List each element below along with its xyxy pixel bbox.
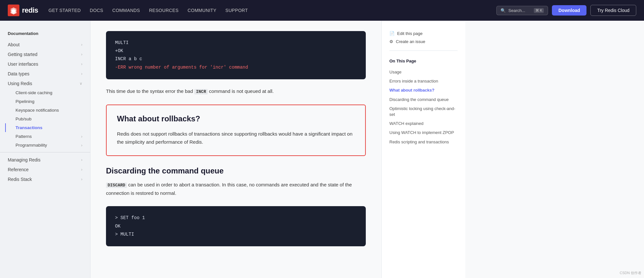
try-redis-cloud-button[interactable]: Try Redis Cloud xyxy=(590,5,636,16)
sidebar-actions: 📄 Edit this page ⚙ Create an issue xyxy=(389,31,458,51)
sidebar-item-transactions[interactable]: Transactions xyxy=(5,123,90,132)
code-line-4: -ERR wrong number of arguments for 'incr… xyxy=(115,63,357,72)
chevron-icon: › xyxy=(81,158,82,162)
prose-syntax-error: This time due to the syntax error the ba… xyxy=(106,87,366,95)
on-this-page-title: On This Page xyxy=(389,59,458,63)
chevron-icon: › xyxy=(81,72,82,76)
sidebar-item-keyspace-notifications[interactable]: Keyspace notifications xyxy=(5,106,90,115)
sidebar-item-reference[interactable]: Reference › xyxy=(0,165,90,174)
nav-get-started[interactable]: GET STARTED xyxy=(48,8,81,13)
chevron-icon: › xyxy=(81,143,82,148)
page-wrapper: Documentation About › Getting started › … xyxy=(0,0,644,278)
create-issue-link[interactable]: ⚙ Create an issue xyxy=(389,39,458,44)
chevron-icon: › xyxy=(81,52,82,57)
nav-right: 🔍 Search... ⌘ K Download Try Redis Cloud xyxy=(496,5,636,16)
search-placeholder: Search... xyxy=(508,8,525,13)
edit-page-link[interactable]: 📄 Edit this page xyxy=(389,31,458,36)
code-block-1: MULTI +OK INCR a b c -ERR wrong number o… xyxy=(106,31,366,79)
discard-prose: DISCARD can be used in order to abort a … xyxy=(106,181,366,197)
inline-code-incr: INCR xyxy=(194,89,207,95)
sidebar-item-pipelining[interactable]: Pipelining xyxy=(5,97,90,106)
sidebar-item-managing-redis[interactable]: Managing Redis › xyxy=(0,155,90,165)
toc-watch-zpop[interactable]: Using WATCH to implement ZPOP xyxy=(389,128,458,137)
nav-links: GET STARTED DOCS COMMANDS RESOURCES COMM… xyxy=(48,7,248,13)
sidebar-item-using-redis[interactable]: Using Redis ∨ xyxy=(0,79,90,88)
rollback-body: Redis does not support rollbacks of tran… xyxy=(117,130,355,146)
code-line-1: MULTI xyxy=(115,39,357,47)
watermark: CSDN 创作者 xyxy=(620,271,641,275)
main-content: MULTI +OK INCR a b c -ERR wrong number o… xyxy=(90,21,381,278)
chevron-icon: › xyxy=(81,62,82,66)
nav-commands[interactable]: COMMANDS xyxy=(112,8,140,13)
toc-watch[interactable]: WATCH explained xyxy=(389,119,458,128)
sidebar-item-user-interfaces[interactable]: User interfaces › xyxy=(0,59,90,69)
edit-icon: 📄 xyxy=(389,31,395,36)
sidebar-divider xyxy=(0,152,90,152)
navbar: redis GET STARTED DOCS COMMANDS RESOURCE… xyxy=(0,0,644,21)
toc-errors[interactable]: Errors inside a transaction xyxy=(389,77,458,85)
nav-support[interactable]: SUPPORT xyxy=(226,8,248,13)
rollback-heading: What about rollbacks? xyxy=(117,114,355,123)
sidebar-item-data-types[interactable]: Data types › xyxy=(0,69,90,79)
sidebar-item-client-side-caching[interactable]: Client-side caching xyxy=(5,88,90,97)
right-sidebar: 📄 Edit this page ⚙ Create an issue On Th… xyxy=(381,21,465,278)
chevron-icon: › xyxy=(81,42,82,47)
toc-discard[interactable]: Discarding the command queue xyxy=(389,95,458,104)
github-icon: ⚙ xyxy=(389,39,393,44)
sidebar-item-patterns[interactable]: Patterns › xyxy=(5,132,90,141)
toc-optimistic-locking[interactable]: Optimistic locking using check-and-set xyxy=(389,105,458,119)
code-line-2-3: > MULTI xyxy=(115,230,357,239)
left-sidebar: Documentation About › Getting started › … xyxy=(0,21,90,278)
chevron-icon: › xyxy=(81,167,82,172)
redis-logo-icon xyxy=(8,5,19,16)
code-line-2-1: > SET foo 1 xyxy=(115,214,357,222)
nav-community[interactable]: COMMUNITY xyxy=(188,8,216,13)
logo-text: redis xyxy=(22,6,38,15)
toc-usage[interactable]: Usage xyxy=(389,68,458,76)
chevron-icon: › xyxy=(81,134,82,139)
logo-link[interactable]: redis xyxy=(8,5,38,16)
nav-resources[interactable]: RESOURCES xyxy=(149,8,178,13)
sidebar-item-getting-started[interactable]: Getting started › xyxy=(0,50,90,59)
sidebar-item-programmability[interactable]: Programmability › xyxy=(5,141,90,150)
search-shortcut: ⌘ K xyxy=(534,8,544,13)
sidebar-item-redis-stack[interactable]: Redis Stack › xyxy=(0,174,90,184)
issue-label: Create an issue xyxy=(396,39,425,44)
discard-heading: Discarding the command queue xyxy=(106,166,366,175)
edit-label: Edit this page xyxy=(397,31,423,36)
toc-scripting[interactable]: Redis scripting and transactions xyxy=(389,138,458,146)
sidebar-sub-using-redis: Client-side caching Pipelining Keyspace … xyxy=(0,88,90,150)
code-line-3: INCR a b c xyxy=(115,55,357,63)
toc-rollbacks[interactable]: What about rollbacks? xyxy=(389,86,458,95)
inline-code-discard: DISCARD xyxy=(106,183,127,188)
code-line-2-2: OK xyxy=(115,222,357,230)
sidebar-item-about[interactable]: About › xyxy=(0,40,90,50)
chevron-icon: › xyxy=(81,177,82,182)
rollback-section: What about rollbacks? Redis does not sup… xyxy=(106,105,366,156)
search-box[interactable]: 🔍 Search... ⌘ K xyxy=(496,6,548,15)
on-this-page-list: Usage Errors inside a transaction What a… xyxy=(389,68,458,146)
sidebar-section-title: Documentation xyxy=(0,28,90,40)
download-button[interactable]: Download xyxy=(552,5,586,16)
code-block-2: > SET foo 1 OK > MULTI xyxy=(106,206,366,246)
code-line-2: +OK xyxy=(115,47,357,55)
nav-docs[interactable]: DOCS xyxy=(90,8,103,13)
search-icon: 🔍 xyxy=(501,8,506,13)
chevron-down-icon: ∨ xyxy=(79,81,82,86)
sidebar-item-pubsub[interactable]: Pub/sub xyxy=(5,115,90,123)
